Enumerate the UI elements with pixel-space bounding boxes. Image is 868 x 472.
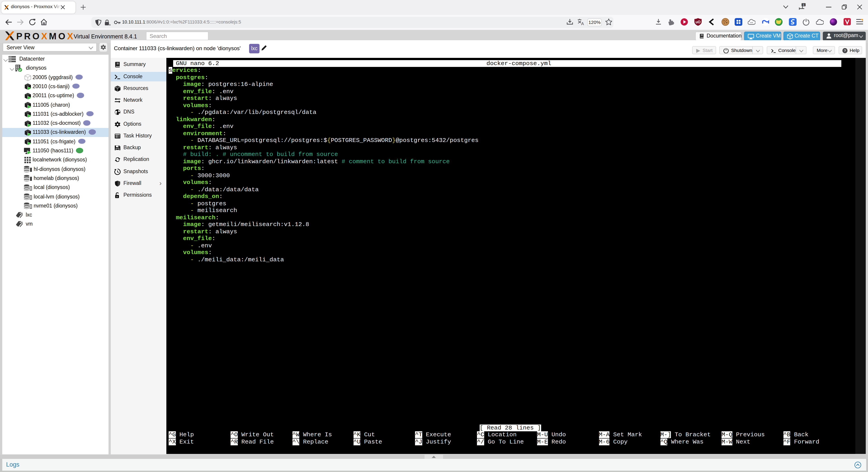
svg-text:1: 1 xyxy=(803,3,804,6)
svg-text:?: ? xyxy=(844,49,846,52)
svg-text:A: A xyxy=(581,22,584,25)
svg-text:uO: uO xyxy=(695,20,701,24)
